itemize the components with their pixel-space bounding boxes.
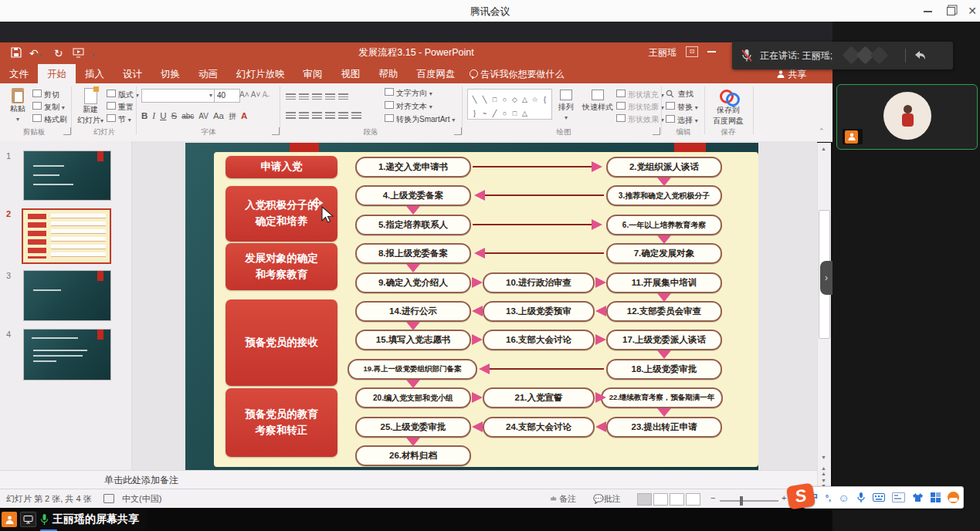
zoom-in-icon[interactable]: + bbox=[782, 493, 786, 502]
scroll-up-icon[interactable]: ▲ bbox=[819, 146, 829, 151]
font-button-U[interactable]: U bbox=[160, 111, 166, 120]
share-button[interactable]: 共享 bbox=[776, 68, 806, 81]
ribbon-display-options-icon[interactable]: ⊡ bbox=[686, 46, 698, 57]
font-button-拼[interactable]: 拼 bbox=[229, 111, 236, 122]
section-button[interactable]: 节 ▾ bbox=[107, 114, 131, 125]
shape-glyph[interactable]: ☆ bbox=[530, 95, 540, 105]
shape-glyph[interactable]: △ bbox=[520, 109, 530, 119]
slide-thumbnail-2[interactable] bbox=[22, 208, 111, 264]
zoom-slider[interactable] bbox=[720, 500, 778, 502]
flow-step[interactable]: 15.填写入党志愿书 bbox=[355, 330, 471, 350]
grow-font-icon[interactable]: A˄ A˅ A̶ bbox=[239, 90, 267, 99]
flow-category-3[interactable]: 预备党员的接收 bbox=[226, 299, 337, 386]
convert-smartart-button[interactable]: 转换为SmartArt ▾ bbox=[385, 114, 455, 125]
list-buttons-row[interactable] bbox=[286, 90, 351, 104]
sogou-voice-icon[interactable] bbox=[856, 492, 866, 503]
paragraph-dialog-launcher[interactable] bbox=[454, 127, 462, 135]
sogou-id-icon[interactable] bbox=[892, 492, 905, 502]
sogou-skin-face-icon[interactable] bbox=[948, 492, 959, 503]
account-name[interactable]: 王丽瑶 bbox=[649, 46, 677, 59]
font-button-A[interactable]: A bbox=[241, 111, 247, 120]
shape-glyph[interactable]: △ bbox=[520, 95, 530, 105]
find-button[interactable]: 查找 bbox=[666, 89, 693, 100]
shape-fill-button[interactable]: 形状填充 ▾ bbox=[616, 90, 664, 100]
flow-step[interactable]: 26.材料归档 bbox=[355, 445, 471, 466]
flow-step[interactable]: 25.上级党委审批 bbox=[355, 417, 471, 438]
save-to-baidu-button[interactable]: 保存到 百度网盘 bbox=[709, 88, 748, 127]
flow-category-4[interactable]: 预备党员的教育考察和转正 bbox=[226, 388, 337, 457]
font-size-box[interactable]: 40 bbox=[214, 89, 240, 103]
tab-7[interactable]: 审阅 bbox=[294, 64, 332, 86]
tab-6[interactable]: 幻灯片放映 bbox=[227, 64, 294, 86]
flow-step[interactable]: 1.递交入党申请书 bbox=[355, 157, 471, 178]
language-indicator[interactable]: 中文(中国) bbox=[122, 493, 161, 505]
tell-me-box[interactable]: 告诉我你想要做什么 bbox=[465, 64, 569, 85]
layout-button[interactable]: 版式 ▾ bbox=[107, 90, 139, 100]
shape-glyph[interactable]: ╲ bbox=[480, 95, 490, 105]
previous-slide-icon[interactable]: ▲▲ bbox=[819, 465, 829, 476]
flow-step[interactable]: 12.支部委员会审查 bbox=[606, 301, 722, 322]
font-button-B[interactable]: B bbox=[141, 111, 148, 120]
reset-button[interactable]: 重置 bbox=[107, 102, 134, 113]
flow-category-1[interactable]: 入党积极分子的确定和培养 bbox=[226, 186, 337, 242]
ppt-minimize-icon[interactable] bbox=[707, 51, 716, 52]
tab-0[interactable]: 文件 bbox=[0, 64, 38, 86]
font-button-Aa[interactable]: Aa bbox=[213, 111, 224, 120]
shape-glyph[interactable]: ~ bbox=[480, 109, 490, 119]
shapes-gallery[interactable]: ╲╲□○◇△☆{}~╱○□△ bbox=[467, 89, 552, 120]
slide-thumbnail-1[interactable] bbox=[23, 151, 111, 201]
screen-share-pill[interactable]: 王丽瑶的屏幕共享 bbox=[0, 509, 147, 529]
flow-step[interactable]: 21.入党宣誓 bbox=[483, 387, 595, 408]
flow-category-2[interactable]: 发展对象的确定和考察教育 bbox=[226, 243, 337, 290]
font-button-I[interactable]: I bbox=[152, 111, 155, 120]
flow-step[interactable]: 7.确定发展对象 bbox=[606, 243, 722, 264]
flow-step[interactable]: 13.上级党委预审 bbox=[483, 301, 595, 322]
shape-glyph[interactable]: ╱ bbox=[490, 109, 500, 119]
restore-button[interactable] bbox=[941, 7, 961, 19]
tab-4[interactable]: 切换 bbox=[151, 64, 189, 86]
minimize-button[interactable] bbox=[917, 5, 938, 17]
flow-step[interactable]: 8.报上级党委备案 bbox=[355, 243, 471, 264]
scroll-down-icon[interactable]: ▼ bbox=[819, 455, 829, 460]
close-button[interactable]: ✕ bbox=[962, 5, 980, 17]
font-button-S[interactable]: S bbox=[171, 111, 177, 120]
slideshow-view-icon[interactable] bbox=[686, 493, 700, 506]
align-buttons-row[interactable] bbox=[286, 109, 365, 123]
spellcheck-icon[interactable] bbox=[103, 493, 114, 504]
shape-glyph[interactable]: ◇ bbox=[510, 95, 520, 105]
flow-step[interactable]: 5.指定培养联系人 bbox=[355, 215, 471, 235]
arrange-button[interactable]: 排列▾ bbox=[553, 90, 579, 121]
tab-2[interactable]: 插入 bbox=[76, 64, 114, 86]
notes-toggle[interactable]: ≐ 备注 bbox=[550, 493, 576, 505]
flow-category-0[interactable]: 申请入党 bbox=[226, 156, 337, 178]
flow-step[interactable]: 19.再上一级党委组织部门备案 bbox=[348, 359, 477, 380]
tab-8[interactable]: 视图 bbox=[332, 64, 370, 86]
font-button-abc[interactable]: abc bbox=[181, 112, 194, 120]
flow-step[interactable]: 14.进行公示 bbox=[355, 301, 471, 322]
format-painter-button[interactable]: 格式刷 bbox=[32, 114, 67, 125]
zoom-slider-thumb[interactable] bbox=[740, 496, 743, 506]
shape-glyph[interactable]: } bbox=[470, 109, 480, 119]
replace-button[interactable]: 替换 ▾ bbox=[666, 102, 698, 113]
quick-styles-button[interactable]: 快速样式 bbox=[581, 90, 615, 113]
tab-1[interactable]: 开始 bbox=[38, 64, 76, 86]
paste-button[interactable]: 粘贴▾ bbox=[6, 88, 29, 123]
font-button-AV[interactable]: AV bbox=[198, 112, 209, 120]
reading-view-icon[interactable] bbox=[670, 493, 684, 506]
flow-step[interactable]: 22.继续教育考察，预备期满一年 bbox=[601, 387, 723, 408]
flow-step[interactable]: 9.确定入党介绍人 bbox=[355, 272, 471, 293]
view-buttons[interactable] bbox=[637, 493, 702, 506]
font-dialog-launcher[interactable] bbox=[272, 127, 280, 135]
sogou-logo[interactable]: S bbox=[786, 483, 816, 510]
flow-step[interactable]: 20.编入党支部和党小组 bbox=[355, 387, 471, 408]
flow-step[interactable]: 24.支部大会讨论 bbox=[483, 417, 595, 438]
flow-step[interactable]: 11.开展集中培训 bbox=[606, 272, 722, 293]
tab-5[interactable]: 动画 bbox=[189, 64, 227, 86]
copy-button[interactable]: 复制 ▾ bbox=[32, 102, 65, 113]
sogou-toolbox-icon[interactable] bbox=[931, 492, 941, 502]
flow-step[interactable]: 4.上级党委备案 bbox=[355, 185, 471, 206]
cut-button[interactable]: 剪切 bbox=[32, 90, 59, 100]
sidebar-collapse-handle[interactable]: › bbox=[820, 261, 832, 295]
shape-glyph[interactable]: □ bbox=[510, 109, 520, 119]
tab-10[interactable]: 百度网盘 bbox=[408, 64, 465, 86]
